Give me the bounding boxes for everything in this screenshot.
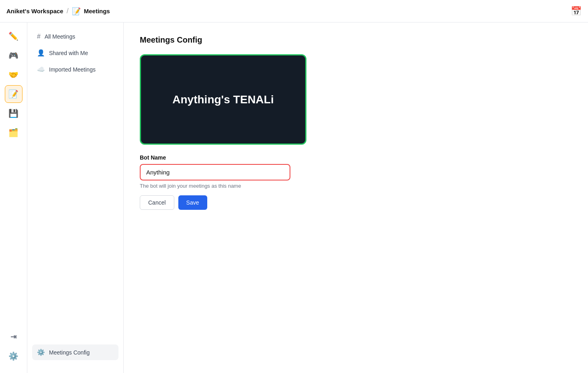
save-button[interactable]: Save bbox=[178, 195, 207, 210]
sidebar-label-imported-meetings: Imported Meetings bbox=[49, 66, 96, 73]
workspace-name: Aniket's Workspace bbox=[6, 8, 63, 14]
settings-icon[interactable]: ⚙️ bbox=[5, 347, 22, 365]
sidebar-bottom: ⚙️ Meetings Config bbox=[27, 344, 123, 367]
cancel-button[interactable]: Cancel bbox=[140, 195, 174, 210]
sidebar-label-shared-with-me: Shared with Me bbox=[49, 50, 88, 56]
logout-icon[interactable]: ⇥ bbox=[5, 328, 22, 346]
calendar-icon[interactable]: 📅 bbox=[571, 6, 582, 16]
meetings-emoji-icon: 📝 bbox=[72, 7, 81, 16]
sidebar-nav: # All Meetings 👤 Shared with Me ☁️ Impor… bbox=[27, 29, 123, 77]
bot-preview-text: Anything's TENALi bbox=[172, 93, 274, 106]
icon-rail-bottom: ⇥ ⚙️ bbox=[5, 328, 22, 368]
section-title: Meetings bbox=[84, 8, 110, 14]
rail-edit[interactable]: ✏️ bbox=[5, 27, 22, 45]
rail-cards[interactable]: 🗂️ bbox=[5, 124, 22, 141]
hash-icon: # bbox=[37, 33, 41, 40]
header: Aniket's Workspace / 📝 Meetings 📅 bbox=[0, 0, 588, 23]
bot-preview-card: Anything's TENALi bbox=[140, 54, 306, 145]
sidebar-item-imported-meetings[interactable]: ☁️ Imported Meetings bbox=[32, 61, 118, 77]
sidebar-item-shared-with-me[interactable]: 👤 Shared with Me bbox=[32, 45, 118, 61]
sidebar-item-all-meetings[interactable]: # All Meetings bbox=[32, 29, 118, 44]
rail-meetings[interactable]: 📝 bbox=[5, 85, 22, 103]
breadcrumb-separator: / bbox=[67, 7, 69, 15]
icon-rail-top: ✏️ 🎮 🤝 📝 💾 🗂️ bbox=[5, 27, 22, 326]
action-buttons: Cancel Save bbox=[140, 195, 572, 210]
sidebar-label-meetings-config: Meetings Config bbox=[49, 349, 90, 356]
bot-name-input[interactable] bbox=[140, 164, 290, 180]
bot-name-label: Bot Name bbox=[140, 154, 572, 161]
bot-name-hint: The bot will join your meetings as this … bbox=[140, 183, 572, 189]
cloud-icon: ☁️ bbox=[37, 66, 45, 73]
rail-save[interactable]: 💾 bbox=[5, 105, 22, 122]
config-gear-icon: ⚙️ bbox=[37, 348, 45, 356]
body-row: ✏️ 🎮 🤝 📝 💾 🗂️ ⇥ ⚙️ # All Meetings 👤 Shar… bbox=[0, 23, 588, 373]
icon-rail: ✏️ 🎮 🤝 📝 💾 🗂️ ⇥ ⚙️ bbox=[0, 23, 27, 373]
sidebar-item-meetings-config[interactable]: ⚙️ Meetings Config bbox=[32, 344, 118, 360]
sidebar-label-all-meetings: All Meetings bbox=[45, 33, 75, 40]
rail-contacts[interactable]: 🤝 bbox=[5, 66, 22, 84]
sidebar: # All Meetings 👤 Shared with Me ☁️ Impor… bbox=[27, 23, 124, 373]
main-content: Meetings Config Anything's TENALi Bot Na… bbox=[124, 23, 588, 373]
page-title: Meetings Config bbox=[140, 35, 572, 45]
header-breadcrumb: Aniket's Workspace / 📝 Meetings bbox=[6, 7, 110, 16]
person-icon: 👤 bbox=[37, 49, 45, 57]
rail-gamepad[interactable]: 🎮 bbox=[5, 47, 22, 64]
